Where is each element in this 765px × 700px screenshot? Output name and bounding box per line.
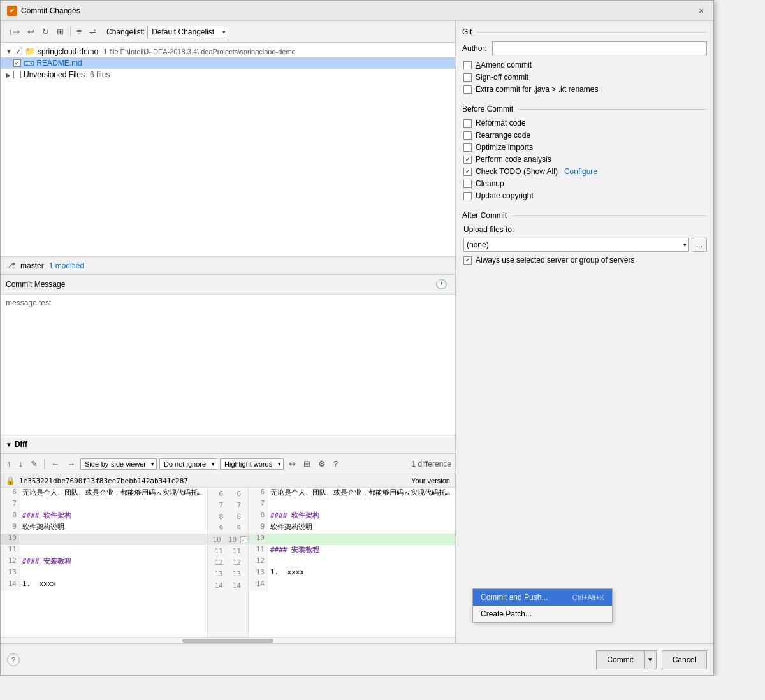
author-row: Author: [462, 41, 707, 55]
unversioned-checkbox[interactable] [13, 71, 21, 78]
diff-right-row-8: 13 1. xxxx [249, 568, 455, 580]
commit-push-shortcut: Ctrl+Alt+K [572, 594, 604, 601]
md-icon: MD [24, 61, 34, 66]
sep2 [44, 458, 45, 470]
diff-count: 1 difference [412, 460, 452, 469]
diff-prev-btn[interactable]: ↑ [4, 458, 14, 470]
root-info: 1 file E:\IntelliJ-IDEA-2018.3.4\IdeaPro… [103, 48, 295, 55]
diff-help-btn[interactable]: ? [331, 458, 340, 470]
branch-icon: ⎇ [6, 261, 15, 270]
extra-commit-label: Extra commit for .java > .kt renames [476, 85, 598, 94]
git-section: Git Author: AAmend commit Sign-off commi… [462, 27, 707, 97]
commit-dropdown-button[interactable]: ▾ [644, 650, 657, 669]
copyright-label: Update copyright [476, 191, 534, 200]
highlight-dropdown[interactable]: Highlight words [220, 458, 284, 470]
close-button[interactable]: × [696, 5, 707, 17]
unversioned-item[interactable]: ▶ Unversioned Files 6 files [1, 69, 455, 80]
diff-col-left: 6 无论是个人、团队、或是企业，都能够用码云实现代码托管、项目 7 8 ####… [1, 488, 208, 637]
help-button[interactable]: ? [7, 653, 20, 666]
undo-btn[interactable]: ↩ [25, 26, 37, 38]
always-use-checkbox[interactable] [463, 256, 472, 265]
optimize-checkbox[interactable] [463, 143, 472, 152]
changelist-dropdown[interactable]: Default Changelist [147, 26, 228, 38]
gutter-checkbox[interactable] [240, 536, 247, 543]
configure-link[interactable]: Configure [564, 167, 597, 176]
create-patch-item[interactable]: Create Patch... [473, 606, 612, 622]
cleanup-checkbox[interactable] [463, 180, 472, 188]
copyright-checkbox[interactable] [463, 192, 472, 200]
commit-push-item[interactable]: Commit and Push... Ctrl+Alt+K [473, 589, 612, 606]
diff-col-right: 6 无论是个人、团队、或是企业，都能够用码云实现代码托管、项目管 7 8 ###… [249, 488, 455, 637]
ignore-dropdown[interactable]: Do not ignore [159, 458, 217, 470]
viewer-dropdown[interactable]: Side-by-side viewer [80, 458, 157, 470]
folder-icon: 📁 [25, 47, 35, 56]
diff-collapse-btn[interactable]: ⊟ [301, 458, 313, 470]
create-patch-label: Create Patch... [481, 609, 532, 618]
upload-browse-btn[interactable]: ... [692, 238, 707, 252]
diff-right-row-5: 10 [249, 534, 455, 545]
todo-label: Check TODO (Show All) [476, 167, 558, 176]
diff-right-row-2: 7 [249, 499, 455, 511]
unversioned-arrow: ▶ [6, 71, 11, 78]
tree-root-item[interactable]: ▼ 📁 springcloud-demo 1 file E:\IntelliJ-… [1, 45, 455, 57]
diff-edit-btn[interactable]: ✎ [28, 458, 40, 470]
changelist-label: Changelist: [106, 27, 145, 36]
upload-select-container: (none) [463, 238, 689, 252]
upload-select[interactable]: (none) [463, 238, 689, 252]
amend-row: AAmend commit [462, 61, 707, 69]
extra-commit-checkbox[interactable] [463, 85, 472, 94]
cancel-button[interactable]: Cancel [662, 650, 707, 669]
reformat-checkbox[interactable] [463, 119, 472, 128]
optimize-label: Optimize imports [476, 143, 533, 152]
toolbar: ↑⇒ ↩ ↻ ⊞ ≡ ⇌ Changelist: Default Changel… [1, 21, 455, 43]
cleanup-row: Cleanup [462, 179, 707, 188]
diff-align-btn[interactable]: ⇔ [286, 458, 298, 470]
diff-left-row-6: 11 [1, 545, 207, 557]
gutter-row-7: 1212 [208, 557, 248, 568]
signoff-checkbox[interactable] [463, 73, 472, 82]
gutter-row-2: 77 [208, 499, 248, 511]
sort-btn[interactable]: ≡ [75, 26, 85, 38]
diff-right-row-7: 12 [249, 557, 455, 568]
file-checkbox[interactable] [13, 59, 21, 67]
before-commit-section: Before Commit Reformat code Rearrange co… [462, 102, 707, 203]
lock-icon: 🔒 [6, 476, 15, 485]
diff-right-row-3: 8 #### 软件架构 [249, 511, 455, 522]
diff-left-row-2: 7 [1, 499, 207, 511]
todo-checkbox[interactable] [463, 168, 472, 176]
diff-left-btn[interactable]: ← [48, 458, 62, 470]
rearrange-checkbox[interactable] [463, 131, 472, 140]
analysis-checkbox[interactable] [463, 156, 472, 164]
commit-push-label: Commit and Push... [481, 593, 548, 602]
diff-left-row-5: 10 [1, 534, 207, 545]
diff-scrollbar[interactable] [1, 637, 455, 643]
todo-row: Check TODO (Show All) Configure [462, 167, 707, 176]
diff-settings-icon[interactable]: ⚙ [316, 458, 328, 470]
copyright-row: Update copyright [462, 191, 707, 200]
signoff-label: Sign-off commit [476, 73, 528, 82]
diff-left-row-4: 9 软件架构说明 [1, 522, 207, 534]
modified-badge[interactable]: 1 modified [49, 261, 84, 270]
gutter-row-4: 99 [208, 522, 248, 534]
refresh-btn[interactable]: ↻ [40, 26, 52, 38]
diff-next-btn[interactable]: ↓ [17, 458, 26, 470]
tree-file-item[interactable]: MD README.md [1, 57, 455, 69]
move-up-btn[interactable]: ↑⇒ [6, 26, 22, 38]
amend-label: AAmend commit [476, 61, 532, 69]
amend-checkbox[interactable] [463, 61, 472, 69]
author-input[interactable] [492, 41, 707, 55]
diff-right-btn[interactable]: → [64, 458, 78, 470]
after-commit-section: After Commit Upload files to: (none) ... [462, 208, 707, 268]
group-btn[interactable]: ⇌ [87, 26, 99, 38]
commit-history-btn[interactable]: 🕐 [433, 277, 450, 291]
commit-button[interactable]: Commit [596, 650, 643, 669]
unversioned-label: Unversioned Files [24, 70, 85, 79]
main-content: ↑⇒ ↩ ↻ ⊞ ≡ ⇌ Changelist: Default Changel… [1, 21, 713, 643]
app-icon: ✔ [7, 6, 17, 16]
diff-left-row-8: 13 [1, 568, 207, 580]
extra-commit-row: Extra commit for .java > .kt renames [462, 85, 707, 94]
diff-btn[interactable]: ⊞ [54, 26, 66, 38]
root-checkbox[interactable] [15, 48, 22, 55]
scrollbar-thumb [182, 639, 273, 643]
commit-message-input[interactable]: message test [1, 295, 455, 435]
